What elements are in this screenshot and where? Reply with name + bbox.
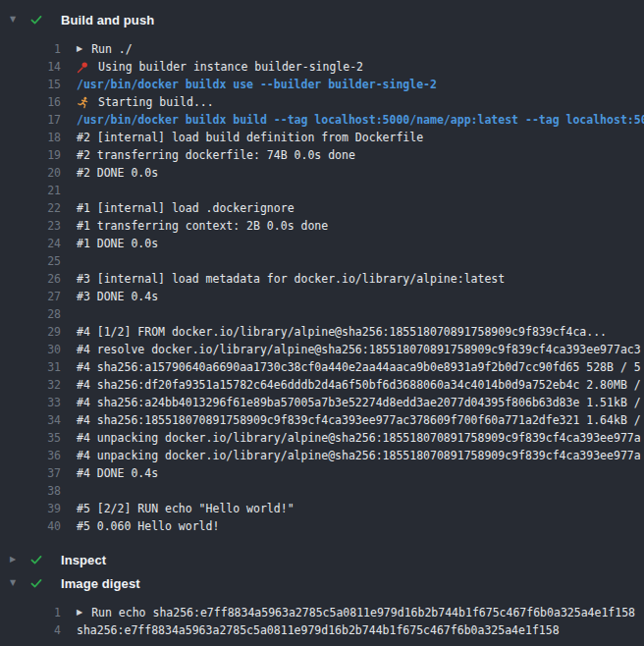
section-title: Image digest <box>61 576 140 591</box>
log-line: 14 Using builder instance builder-single… <box>0 58 644 76</box>
line-number[interactable]: 1 <box>0 604 61 621</box>
log-line: 16 Starting build... <box>0 93 644 111</box>
log-line: 37 #4 DONE 0.4s <box>0 464 644 482</box>
log-text: #4 sha256:a24bb4013296f61e89ba57005a7b3e… <box>61 394 644 411</box>
line-number[interactable]: 29 <box>0 323 61 341</box>
log-text: #5 0.060 Hello world! <box>61 517 644 535</box>
log-text: #4 resolve docker.io/library/alpine@sha2… <box>61 341 644 358</box>
log-text: #1 [internal] load .dockerignore <box>61 199 644 217</box>
line-number[interactable]: 1 <box>0 40 61 58</box>
line-number[interactable]: 24 <box>0 235 61 252</box>
line-number[interactable]: 14 <box>0 58 61 76</box>
log-text: #1 transferring context: 2B 0.0s done <box>61 217 644 235</box>
line-number[interactable]: 28 <box>0 305 61 323</box>
log-text: #4 unpacking docker.io/library/alpine@sh… <box>61 447 644 464</box>
log-viewer: ▼ Build and push 1 ▶Run ./ 14 Using buil… <box>0 0 644 639</box>
log-text <box>61 305 644 323</box>
log-text: #4 unpacking docker.io/library/alpine@sh… <box>61 429 644 447</box>
log-section-image-digest: ▼ Image digest 1 ▶Run echo sha256:e7ff88… <box>0 571 644 639</box>
line-number[interactable]: 18 <box>0 129 61 146</box>
line-number[interactable]: 33 <box>0 394 61 411</box>
log-text: #5 [2/2] RUN echo "Hello world!" <box>61 500 644 517</box>
log-text <box>61 182 644 199</box>
section-header[interactable]: ▼ Build and push <box>0 8 644 31</box>
log-line: 29 #4 [1/2] FROM docker.io/library/alpin… <box>0 323 644 341</box>
log-line: 35 #4 unpacking docker.io/library/alpine… <box>0 429 644 447</box>
log-text: /usr/bin/docker buildx build --tag local… <box>61 111 644 129</box>
log-line: 23 #1 transferring context: 2B 0.0s done <box>0 217 644 235</box>
log-line: 40 #5 0.060 Hello world! <box>0 517 644 535</box>
line-number[interactable]: 22 <box>0 199 61 217</box>
section-log: 1 ▶Run ./ 14 Using builder instance buil… <box>0 40 644 535</box>
log-text: #2 [internal] load build definition from… <box>61 129 644 146</box>
log-line: 20 #2 DONE 0.0s <box>0 164 644 182</box>
log-text: sha256:e7ff8834a5963a2785c5a0811e979d16b… <box>61 621 644 639</box>
line-number[interactable]: 34 <box>0 411 61 429</box>
log-text: #1 DONE 0.0s <box>61 235 644 252</box>
log-line: 4 sha256:e7ff8834a5963a2785c5a0811e979d1… <box>0 621 644 639</box>
line-number[interactable]: 21 <box>0 182 61 199</box>
log-line: 30 #4 resolve docker.io/library/alpine@s… <box>0 341 644 358</box>
pushpin-icon <box>77 61 89 74</box>
line-number[interactable]: 31 <box>0 358 61 376</box>
section-title: Inspect <box>61 553 106 567</box>
line-number[interactable]: 17 <box>0 111 61 129</box>
log-text: #4 sha256:a15790640a6690aa1730c38cf0a440… <box>61 358 644 376</box>
section-log: 1 ▶Run echo sha256:e7ff8834a5963a2785c5a… <box>0 604 644 639</box>
log-line: 31 #4 sha256:a15790640a6690aa1730c38cf0a… <box>0 358 644 376</box>
line-number[interactable]: 26 <box>0 270 61 288</box>
line-number[interactable]: 37 <box>0 464 61 482</box>
disclosure-triangle-icon[interactable]: ▶ <box>8 556 18 564</box>
log-line: 1 ▶Run ./ <box>0 40 644 58</box>
line-number[interactable]: 15 <box>0 76 61 93</box>
log-line: 33 #4 sha256:a24bb4013296f61e89ba57005a7… <box>0 394 644 411</box>
line-number[interactable]: 16 <box>0 93 61 111</box>
log-text: /usr/bin/docker buildx use --builder bui… <box>61 76 644 93</box>
log-text <box>61 252 644 270</box>
expand-chevron-icon[interactable]: ▶ <box>77 40 82 58</box>
expand-chevron-icon[interactable]: ▶ <box>77 604 82 621</box>
section-header[interactable]: ▼ Image digest <box>0 571 644 595</box>
line-number[interactable]: 20 <box>0 164 61 182</box>
line-number[interactable]: 32 <box>0 376 61 394</box>
line-number[interactable]: 30 <box>0 341 61 358</box>
log-line: 24 #1 DONE 0.0s <box>0 235 644 252</box>
log-text: ▶Run ./ <box>61 40 644 58</box>
line-number[interactable]: 25 <box>0 252 61 270</box>
log-text: #2 transferring dockerfile: 74B 0.0s don… <box>61 146 644 164</box>
log-text: #3 [internal] load metadata for docker.i… <box>61 270 644 288</box>
log-line: 27 #3 DONE 0.4s <box>0 288 644 305</box>
runner-icon <box>77 96 89 109</box>
log-line: 39 #5 [2/2] RUN echo "Hello world!" <box>0 500 644 517</box>
success-check-icon <box>29 576 43 590</box>
disclosure-triangle-icon[interactable]: ▼ <box>8 16 18 24</box>
log-line: 36 #4 unpacking docker.io/library/alpine… <box>0 447 644 464</box>
log-line: 25 <box>0 252 644 270</box>
section-header[interactable]: ▶ Inspect <box>0 548 644 571</box>
line-number[interactable]: 4 <box>0 621 61 639</box>
log-line: 22 #1 [internal] load .dockerignore <box>0 199 644 217</box>
line-number[interactable]: 39 <box>0 500 61 517</box>
log-line: 32 #4 sha256:df20fa9351a15782c64e6dddb2d… <box>0 376 644 394</box>
log-text: #4 DONE 0.4s <box>61 464 644 482</box>
log-text: #4 sha256:df20fa9351a15782c64e6dddb2d4a6… <box>61 376 644 394</box>
log-line: 19 #2 transferring dockerfile: 74B 0.0s … <box>0 146 644 164</box>
log-line: 17 /usr/bin/docker buildx build --tag lo… <box>0 111 644 129</box>
line-number[interactable]: 19 <box>0 146 61 164</box>
log-line: 34 #4 sha256:185518070891758909c9f839cf4… <box>0 411 644 429</box>
line-number[interactable]: 36 <box>0 447 61 464</box>
line-number[interactable]: 27 <box>0 288 61 305</box>
line-number[interactable]: 38 <box>0 482 61 500</box>
log-text: #4 [1/2] FROM docker.io/library/alpine@s… <box>61 323 644 341</box>
line-number[interactable]: 35 <box>0 429 61 447</box>
success-check-icon <box>29 553 43 566</box>
log-section-build-and-push: ▼ Build and push 1 ▶Run ./ 14 Using buil… <box>0 8 644 535</box>
line-number[interactable]: 23 <box>0 217 61 235</box>
line-number[interactable]: 40 <box>0 517 61 535</box>
log-line: 28 <box>0 305 644 323</box>
disclosure-triangle-icon[interactable]: ▼ <box>8 579 18 587</box>
section-title: Build and push <box>61 13 154 27</box>
log-text <box>61 482 644 500</box>
log-line: 26 #3 [internal] load metadata for docke… <box>0 270 644 288</box>
log-text: #3 DONE 0.4s <box>61 288 644 305</box>
